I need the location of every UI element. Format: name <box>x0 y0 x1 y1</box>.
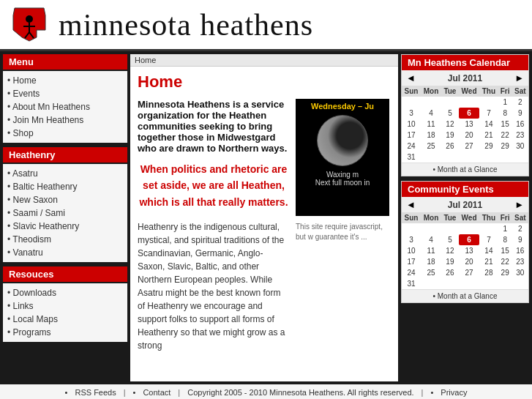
calendar-day[interactable]: 12 <box>441 119 459 130</box>
calendar-day[interactable]: 2 <box>512 97 528 108</box>
calendar-day[interactable]: 1 <box>498 223 512 234</box>
calendar-day[interactable]: 19 <box>441 256 459 267</box>
calendar-day[interactable]: 30 <box>512 141 528 152</box>
calendar-day[interactable]: 25 <box>421 267 441 278</box>
calendar-day[interactable]: 25 <box>421 141 441 152</box>
calendar-day[interactable]: 26 <box>441 267 459 278</box>
calendar-day[interactable]: 21 <box>479 256 498 267</box>
calendar-day[interactable]: 11 <box>421 245 441 256</box>
calendar-day[interactable]: 11 <box>421 119 441 130</box>
calendar-day[interactable]: 9 <box>512 108 528 119</box>
sidebar-item-downloads[interactable]: Downloads <box>7 286 123 299</box>
mn-cal-prev-btn[interactable]: ◄ <box>406 72 416 83</box>
calendar-day[interactable]: 31 <box>402 278 421 289</box>
calendar-day[interactable]: 24 <box>402 267 421 278</box>
calendar-day[interactable]: 15 <box>498 245 512 256</box>
calendar-day[interactable]: 7 <box>479 108 498 119</box>
sidebar-item-events[interactable]: Events <box>7 87 123 100</box>
sidebar-item-shop[interactable]: Shop <box>7 127 123 140</box>
contact-link[interactable]: Contact <box>143 388 171 397</box>
sidebar-section-menu: Menu Home Events About Mn Heathens Join … <box>3 54 127 143</box>
sidebar-item-slavic[interactable]: Slavic Heathenry <box>7 220 123 233</box>
calendar-day[interactable]: 8 <box>498 108 512 119</box>
body-text: Heathenry is the indigenous cultural, my… <box>138 220 290 352</box>
sidebar-item-asatru[interactable]: Asatru <box>7 167 123 180</box>
calendar-day[interactable]: 10 <box>402 119 421 130</box>
calendar-day[interactable]: 20 <box>459 130 479 141</box>
calendar-day[interactable]: 3 <box>402 108 421 119</box>
sidebar-item-local-maps[interactable]: Local Maps <box>7 313 123 326</box>
mn-cal-footer[interactable]: • Month at a Glance <box>402 163 528 176</box>
calendar-day[interactable]: 2 <box>512 223 528 234</box>
calendar-day[interactable]: 9 <box>512 234 528 245</box>
calendar-day[interactable]: 29 <box>498 267 512 278</box>
sidebar-item-new-saxon[interactable]: New Saxon <box>7 193 123 206</box>
privacy-link[interactable]: Privacy <box>441 388 467 397</box>
calendar-day[interactable]: 7 <box>479 234 498 245</box>
calendar-day[interactable]: 3 <box>402 234 421 245</box>
calendar-day[interactable]: 6 <box>459 108 479 119</box>
calendar-day[interactable]: 12 <box>441 245 459 256</box>
calendar-day[interactable]: 20 <box>459 256 479 267</box>
calendar-day[interactable]: 19 <box>441 130 459 141</box>
calendar-day[interactable]: 8 <box>498 234 512 245</box>
cal-th-wed: Wed <box>459 86 479 97</box>
rss-feeds-link[interactable]: RSS Feeds <box>75 388 116 397</box>
sidebar-item-vanatru[interactable]: Vanatru <box>7 246 123 259</box>
sidebar-item-join[interactable]: Join Mn Heathens <box>7 113 123 127</box>
events-cal-next-btn[interactable]: ► <box>514 199 524 210</box>
sidebar-item-baltic[interactable]: Baltic Heathenry <box>7 180 123 193</box>
moon-label: Waxing m <box>299 171 386 179</box>
events-cal-prev-btn[interactable]: ◄ <box>406 199 416 210</box>
calendar-day[interactable]: 18 <box>421 256 441 267</box>
calendar-day[interactable]: 6 <box>459 234 479 245</box>
calendar-day[interactable]: 22 <box>498 130 512 141</box>
calendar-day[interactable]: 29 <box>498 141 512 152</box>
sidebar-heathenry-header: Heathenry <box>3 147 127 163</box>
calendar-day[interactable]: 1 <box>498 97 512 108</box>
calendar-day[interactable]: 28 <box>479 267 498 278</box>
calendar-day[interactable]: 14 <box>479 119 498 130</box>
cal-th-thu: Thu <box>479 86 498 97</box>
calendar-day[interactable]: 13 <box>459 119 479 130</box>
calendar-day[interactable]: 30 <box>512 267 528 278</box>
calendar-day[interactable]: 24 <box>402 141 421 152</box>
sidebar-item-programs[interactable]: Programs <box>7 326 123 339</box>
site-title: minnesota heathens <box>59 7 313 42</box>
events-cal-footer[interactable]: • Month at a Glance <box>402 289 528 302</box>
calendar-day[interactable]: 17 <box>402 130 421 141</box>
calendar-day[interactable]: 5 <box>441 108 459 119</box>
calendar-day[interactable]: 26 <box>441 141 459 152</box>
calendar-day <box>479 278 498 289</box>
calendar-day[interactable]: 23 <box>512 256 528 267</box>
calendar-day[interactable]: 4 <box>421 234 441 245</box>
mn-cal-next-btn[interactable]: ► <box>514 72 524 83</box>
sidebar-item-about[interactable]: About Mn Heathens <box>7 100 123 113</box>
calendar-day[interactable]: 10 <box>402 245 421 256</box>
calendar-day[interactable]: 5 <box>441 234 459 245</box>
calendar-day[interactable]: 17 <box>402 256 421 267</box>
calendar-day[interactable]: 14 <box>479 245 498 256</box>
events-calendar-nav: ◄ Jul 2011 ► <box>402 197 528 212</box>
calendar-day[interactable]: 27 <box>459 267 479 278</box>
sidebar-item-saami[interactable]: Saami / Sami <box>7 206 123 220</box>
sidebar-item-links[interactable]: Links <box>7 299 123 313</box>
calendar-day <box>498 152 512 163</box>
sidebar-item-theodism[interactable]: Theodism <box>7 233 123 246</box>
calendar-day[interactable]: 18 <box>421 130 441 141</box>
cal-th-tue: Tue <box>441 86 459 97</box>
sidebar-item-home[interactable]: Home <box>7 74 123 87</box>
calendar-day[interactable]: 16 <box>512 245 528 256</box>
calendar-day[interactable]: 13 <box>459 245 479 256</box>
calendar-day[interactable]: 16 <box>512 119 528 130</box>
calendar-day[interactable]: 29 <box>479 141 498 152</box>
calendar-day[interactable]: 31 <box>402 152 421 163</box>
cal-th-sat: Sat <box>512 86 528 97</box>
calendar-day[interactable]: 22 <box>498 256 512 267</box>
calendar-day[interactable]: 4 <box>421 108 441 119</box>
calendar-day[interactable]: 15 <box>498 119 512 130</box>
content-area[interactable]: Home Minnesota Heathens is a service org… <box>130 67 398 381</box>
calendar-day[interactable]: 21 <box>479 130 498 141</box>
calendar-day[interactable]: 23 <box>512 130 528 141</box>
calendar-day[interactable]: 27 <box>459 141 479 152</box>
